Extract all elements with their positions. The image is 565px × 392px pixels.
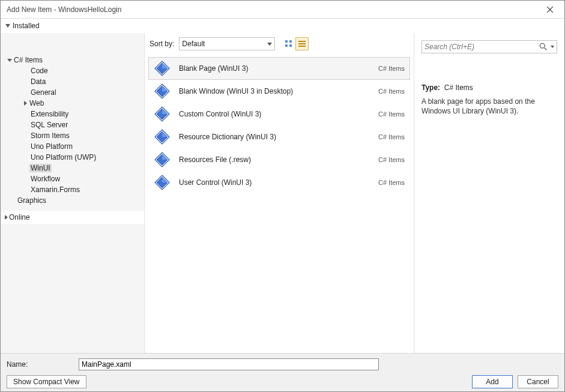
- tree-item[interactable]: Web: [1, 98, 144, 109]
- search-box[interactable]: [421, 40, 557, 53]
- close-icon: [547, 7, 553, 13]
- template-icon: [154, 106, 171, 122]
- tree-item[interactable]: Storm Items: [1, 130, 144, 141]
- tree-item-graphics[interactable]: Graphics: [1, 195, 144, 206]
- tree-item-label: Workflow: [29, 175, 61, 183]
- name-row: Name:: [7, 357, 558, 372]
- list-item[interactable]: Resource Dictionary (WinUI 3)C# Items: [148, 125, 410, 148]
- svg-rect-3: [289, 40, 292, 43]
- tree-item-label: Graphics: [16, 196, 47, 205]
- button-label: Show Compact View: [13, 378, 80, 386]
- item-category: C# Items: [378, 133, 405, 140]
- item-category: C# Items: [378, 88, 405, 95]
- sort-dropdown[interactable]: Default: [179, 37, 275, 50]
- chevron-right-icon: [3, 215, 9, 220]
- compact-view-button[interactable]: Show Compact View: [7, 375, 86, 388]
- titlebar: Add New Item - WindowsHelloLogin: [1, 1, 564, 19]
- item-name: Custom Control (WinUI 3): [179, 110, 378, 118]
- template-icon: [154, 60, 171, 77]
- search-icon: [539, 43, 548, 51]
- type-row: Type: C# Items: [421, 83, 557, 92]
- tree-item[interactable]: Uno Platform: [1, 141, 144, 152]
- tree-item[interactable]: Workflow: [1, 173, 144, 184]
- tree-item[interactable]: Code: [1, 65, 144, 76]
- tree-item-label: Storm Items: [29, 131, 71, 140]
- tree-item-label: General: [29, 88, 58, 97]
- chevron-right-icon: [22, 101, 28, 106]
- close-button[interactable]: [538, 1, 562, 18]
- item-name: Blank Page (WinUI 3): [179, 64, 378, 73]
- nav-tab-online[interactable]: Online: [1, 211, 144, 224]
- bottom-bar: Name: Show Compact View Add Cancel: [1, 353, 564, 391]
- tree-item-label: Data: [29, 77, 47, 86]
- template-icon: [154, 151, 171, 168]
- main: C# Items CodeDataGeneralWebExtensibility…: [1, 33, 564, 353]
- type-label: Type:: [421, 83, 440, 92]
- tree-root[interactable]: C# Items: [1, 55, 144, 65]
- item-name: User Control (WinUI 3): [179, 178, 378, 187]
- add-button[interactable]: Add: [472, 375, 513, 388]
- template-icon: [154, 128, 171, 145]
- svg-rect-4: [285, 44, 288, 47]
- nav-tab-label: Installed: [13, 22, 40, 30]
- chevron-down-icon: [5, 24, 10, 28]
- template-icon: [154, 83, 171, 100]
- chevron-down-icon: [551, 46, 554, 48]
- tree-item[interactable]: SQL Server: [1, 119, 144, 130]
- tree-item-label: Uno Platform (UWP): [29, 153, 97, 161]
- item-name: Resource Dictionary (WinUI 3): [179, 133, 378, 141]
- tree-item[interactable]: General: [1, 87, 144, 98]
- button-label: Add: [486, 378, 498, 386]
- detail-panel: Type: C# Items A blank page for apps bas…: [414, 33, 564, 353]
- svg-rect-6: [298, 41, 306, 42]
- svg-rect-8: [298, 46, 306, 47]
- tree-item[interactable]: WinUI: [1, 163, 144, 173]
- tree-item-label: Code: [29, 67, 49, 75]
- button-row: Show Compact View Add Cancel: [7, 375, 558, 388]
- cancel-button[interactable]: Cancel: [518, 375, 558, 388]
- tree-item-label: Xamarin.Forms: [29, 185, 81, 194]
- description: A blank page for apps based on the Windo…: [421, 97, 557, 116]
- search-input[interactable]: [425, 43, 539, 51]
- window-title: Add New Item - WindowsHelloLogin: [7, 5, 538, 14]
- button-label: Cancel: [527, 378, 549, 386]
- nav-row: Installed: [1, 19, 564, 33]
- toolbar: Sort by: Default: [145, 33, 414, 55]
- view-grid-button[interactable]: [282, 37, 295, 50]
- tree-item-label: SQL Server: [29, 121, 69, 129]
- list-item[interactable]: Blank Page (WinUI 3)C# Items: [148, 57, 410, 80]
- template-icon: [154, 174, 171, 191]
- sort-label: Sort by:: [150, 40, 174, 48]
- svg-point-27: [540, 43, 545, 48]
- svg-rect-5: [289, 44, 292, 47]
- list-item[interactable]: Resources File (.resw)C# Items: [148, 148, 410, 171]
- item-category: C# Items: [378, 156, 405, 163]
- tree-item-label: Web: [28, 99, 45, 107]
- list-item[interactable]: Custom Control (WinUI 3)C# Items: [148, 103, 410, 125]
- item-name: Resources File (.resw): [179, 155, 378, 164]
- view-list-button[interactable]: [295, 37, 309, 50]
- item-category: C# Items: [378, 65, 405, 72]
- grid-icon: [285, 40, 293, 48]
- item-category: C# Items: [378, 179, 405, 186]
- chevron-down-icon: [7, 59, 13, 62]
- svg-line-28: [545, 48, 547, 50]
- tree-item[interactable]: Uno Platform (UWP): [1, 152, 144, 163]
- chevron-down-icon: [267, 43, 272, 46]
- tree-item-label: WinUI: [29, 164, 52, 172]
- category-tree: C# Items CodeDataGeneralWebExtensibility…: [1, 33, 145, 353]
- view-buttons: [282, 37, 309, 50]
- tree-item-label: Extensibility: [29, 110, 70, 118]
- list-item[interactable]: User Control (WinUI 3)C# Items: [148, 171, 410, 194]
- list-item[interactable]: Blank Window (WinUI 3 in Desktop)C# Item…: [148, 80, 410, 103]
- template-panel: Sort by: Default: [145, 33, 414, 353]
- name-input[interactable]: [79, 358, 379, 370]
- tree-item[interactable]: Extensibility: [1, 109, 144, 119]
- template-list: Blank Page (WinUI 3)C# Items Blank Windo…: [145, 55, 414, 353]
- tree-item[interactable]: Xamarin.Forms: [1, 184, 144, 195]
- item-name: Blank Window (WinUI 3 in Desktop): [179, 87, 378, 95]
- list-icon: [298, 40, 306, 48]
- name-label: Name:: [7, 360, 73, 369]
- tree-item[interactable]: Data: [1, 76, 144, 87]
- nav-tab-installed[interactable]: Installed: [5, 22, 40, 30]
